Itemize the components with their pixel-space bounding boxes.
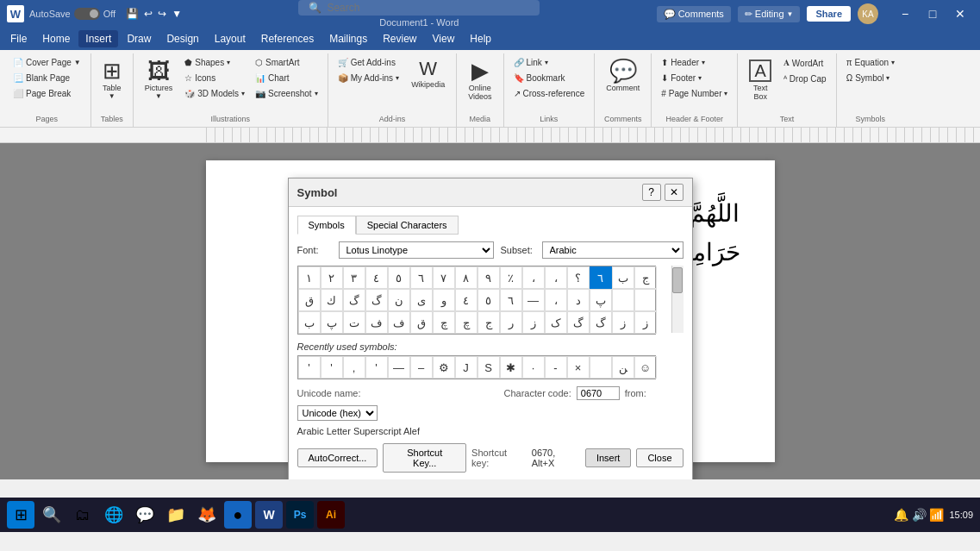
blank-page-button[interactable]: 📃 Blank Page [9,71,85,85]
menu-draw[interactable]: Draw [120,30,158,47]
symbol-cell[interactable]: ٣ [343,266,365,289]
symbol-cell[interactable]: ٦ [500,289,522,311]
symbol-cell[interactable]: گ [343,289,365,311]
screenshot-button[interactable]: 📷 Screenshot ▾ [251,86,322,101]
symbol-cell[interactable] [612,289,634,311]
symbol-cell[interactable]: ى [410,289,433,311]
menu-mailings[interactable]: Mailings [322,30,374,47]
symbol-cell[interactable]: ز [522,311,545,334]
tab-symbols[interactable]: Symbols [297,216,356,235]
tab-special-characters[interactable]: Special Characters [356,216,459,235]
bookmark-button[interactable]: 🔖 Bookmark [509,71,590,85]
recent-cell[interactable]: ' [321,356,343,379]
symbol-cell[interactable]: د [567,289,590,311]
symbol-grid-scrollbar[interactable] [671,266,684,333]
pictures-button[interactable]: 🖼 Pictures ▼ [139,55,179,104]
recent-cell[interactable]: , [343,356,365,379]
comment-button[interactable]: 💬 Comment [600,55,646,97]
text-box-button[interactable]: A Text Box [743,55,777,105]
drop-cap-button[interactable]: ᴬ Drop Cap [779,72,831,86]
3d-models-button[interactable]: 🎲 3D Models ▾ [180,86,249,101]
chart-button[interactable]: 📊 Chart [251,71,322,85]
char-code-input[interactable] [577,386,620,400]
symbol-cell[interactable]: ب [298,311,321,334]
symbol-cell[interactable]: ق [410,311,433,334]
menu-design[interactable]: Design [159,30,205,47]
symbol-cell[interactable]: ٢ [321,266,343,289]
search-input[interactable] [327,2,516,14]
symbol-cell[interactable]: — [522,289,545,311]
menu-references[interactable]: References [254,30,321,47]
recent-cell[interactable]: ' [365,356,388,379]
shapes-button[interactable]: ⬟ Shapes ▾ [180,55,249,70]
menu-layout[interactable]: Layout [208,30,253,47]
recent-cell[interactable]: ⚙ [433,356,455,379]
symbol-cell[interactable]: ٨ [455,266,478,289]
recent-cell[interactable]: ' [298,356,321,379]
recent-cell[interactable]: J [455,356,478,379]
minimize-button[interactable]: − [892,4,918,23]
recent-cell[interactable] [590,356,612,379]
online-videos-button[interactable]: ▶ Online Videos [462,55,497,105]
cancel-button[interactable]: Close [636,448,683,467]
autocorrect-button[interactable]: AutoCorrect... [297,448,378,467]
autosave-toggle[interactable] [74,8,100,20]
recent-cell[interactable]: × [567,356,590,379]
wikipedia-button[interactable]: W Wikipedia [405,55,451,93]
symbol-cell[interactable]: ک [545,311,567,334]
symbol-cell[interactable] [634,289,657,311]
page-number-button[interactable]: # Page Number ▾ [657,86,732,101]
symbol-cell[interactable]: ج [634,266,657,289]
symbol-cell-selected[interactable]: ٦ [590,266,612,289]
symbol-cell[interactable]: ز [634,311,657,334]
wordart-button[interactable]: 𝐀 WordArt [779,55,831,71]
symbol-cell[interactable]: گ [590,311,612,334]
symbol-cell[interactable]: ٤ [455,289,478,311]
symbol-cell[interactable]: چ [433,311,455,334]
link-button[interactable]: 🔗 Link ▾ [509,55,590,70]
symbol-button[interactable]: Ω Symbol ▾ [842,71,899,85]
symbol-cell[interactable]: ت [343,311,365,334]
symbol-cell[interactable]: ر [500,311,522,334]
menu-help[interactable]: Help [463,30,498,47]
symbol-cell[interactable]: پ [321,311,343,334]
symbol-cell[interactable]: ٥ [388,266,410,289]
symbol-cell[interactable]: ك [321,289,343,311]
cover-page-button[interactable]: 📄 Cover Page ▼ [9,55,85,70]
get-addins-button[interactable]: 🛒 Get Add-ins [334,55,403,70]
symbol-cell[interactable]: ج [478,311,500,334]
symbol-cell[interactable]: گ [365,289,388,311]
recent-cell[interactable]: S [478,356,500,379]
symbol-cell[interactable]: و [433,289,455,311]
symbol-cell[interactable]: ١ [298,266,321,289]
symbol-cell[interactable]: ٥ [478,289,500,311]
symbol-cell[interactable]: گ [567,311,590,334]
insert-button[interactable]: Insert [585,448,632,467]
symbol-cell[interactable]: ، [522,266,545,289]
table-button[interactable]: ⊞ Table ▼ [97,55,128,104]
maximize-button[interactable]: □ [920,4,946,23]
footer-button[interactable]: ⬇ Footer ▾ [657,71,732,85]
editing-button[interactable]: ✏ Editing ▼ [738,6,801,22]
symbol-cell[interactable]: ٧ [433,266,455,289]
smartart-button[interactable]: ⬡ SmartArt [251,55,322,70]
menu-view[interactable]: View [426,30,462,47]
menu-home[interactable]: Home [35,30,77,47]
share-button[interactable]: Share [807,6,851,22]
symbol-cell[interactable]: ٤ [365,266,388,289]
recent-cell[interactable]: — [388,356,410,379]
subset-select[interactable]: Arabic [542,241,684,259]
dialog-help-button[interactable]: ? [642,184,661,201]
cross-reference-button[interactable]: ↗ Cross-reference [509,86,590,101]
recent-cell[interactable]: · [522,356,545,379]
symbol-cell[interactable]: ؟ [567,266,590,289]
symbol-cell[interactable]: ز [612,311,634,334]
font-select[interactable]: Lotus Linotype [339,241,494,259]
recent-cell[interactable]: ✱ [500,356,522,379]
recent-cell[interactable]: ﻦ [612,356,634,379]
from-select[interactable]: Unicode (hex) [297,405,378,421]
equation-button[interactable]: π Equation ▾ [842,55,899,70]
symbol-cell[interactable]: ، [545,266,567,289]
symbol-cell[interactable]: ٦ [410,266,433,289]
symbol-cell[interactable]: ن [388,289,410,311]
